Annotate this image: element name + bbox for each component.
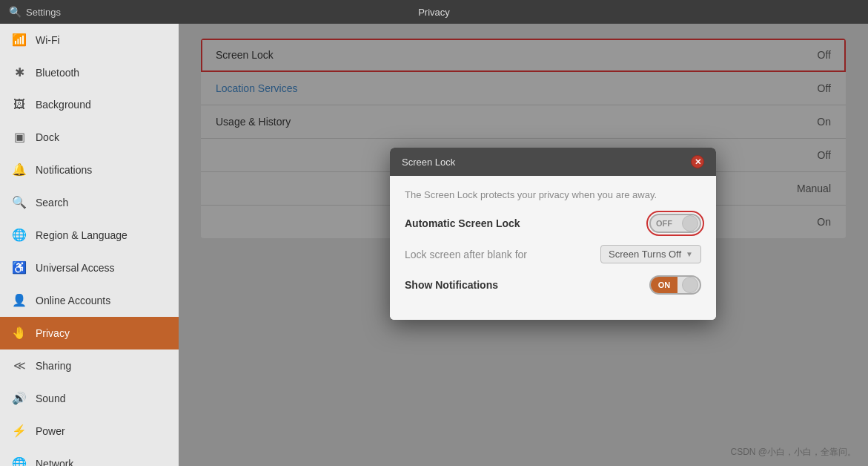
sidebar-item-region[interactable]: 🌐 Region & Language <box>0 219 179 252</box>
sidebar-item-power[interactable]: ⚡ Power <box>0 415 179 447</box>
notifications-icon: 🔔 <box>12 163 27 177</box>
titlebar: 🔍 Settings Privacy <box>0 0 868 24</box>
sidebar-item-dock[interactable]: ▣ Dock <box>0 121 179 154</box>
sidebar-label-search: Search <box>36 197 68 209</box>
dialog-row-auto-lock: Automatic Screen Lock OFF <box>405 214 701 233</box>
sidebar-label-network: Network <box>36 458 73 467</box>
sidebar-item-network[interactable]: 🌐 Network <box>0 447 179 466</box>
dropdown-value: Screen Turns Off <box>609 249 681 260</box>
background-icon: 🖼 <box>12 98 27 111</box>
dialog-row-show-notifications: Show Notifications ON <box>405 275 701 295</box>
sidebar-label-universal: Universal Access <box>36 262 115 274</box>
sidebar-item-universal[interactable]: ♿ Universal Access <box>0 252 179 284</box>
lock-after-dropdown[interactable]: Screen Turns Off ▼ <box>600 245 701 263</box>
sidebar-label-background: Background <box>36 99 91 111</box>
search-icon: 🔍 <box>9 6 21 18</box>
chevron-down-icon: ▼ <box>686 250 693 258</box>
dialog-overlay: Screen Lock ✕ The Screen Lock protects y… <box>179 24 868 466</box>
dock-icon: ▣ <box>12 130 27 144</box>
online-icon: 👤 <box>12 293 27 307</box>
sidebar-label-sound: Sound <box>36 393 65 404</box>
search-sidebar-icon: 🔍 <box>12 195 27 209</box>
titlebar-left: 🔍 Settings <box>9 6 61 18</box>
power-icon: ⚡ <box>12 424 27 438</box>
universal-icon: ♿ <box>12 260 27 275</box>
show-notifications-label: Show Notifications <box>405 279 498 291</box>
toggle-on-active: ON <box>651 277 677 293</box>
sidebar-item-privacy[interactable]: 🤚 Privacy <box>0 317 179 350</box>
sidebar-item-online[interactable]: 👤 Online Accounts <box>0 284 179 317</box>
bluetooth-icon: ✱ <box>12 65 27 79</box>
auto-lock-label: Automatic Screen Lock <box>405 217 520 229</box>
sidebar-label-region: Region & Language <box>36 229 127 241</box>
sidebar-item-wifi[interactable]: 📶 Wi-Fi <box>0 24 179 56</box>
sidebar-label-power: Power <box>36 425 65 437</box>
sidebar-label-bluetooth: Bluetooth <box>36 67 79 79</box>
app-name: Settings <box>26 7 61 18</box>
dialog-title: Screen Lock <box>402 157 455 168</box>
show-notifications-toggle[interactable]: ON <box>649 275 701 295</box>
dialog-row-lock-after: Lock screen after blank for Screen Turns… <box>405 245 701 263</box>
page-title: Privacy <box>418 7 450 18</box>
sound-icon: 🔊 <box>12 391 27 405</box>
auto-lock-toggle[interactable]: OFF <box>649 214 701 233</box>
toggle-on-label: ON <box>658 280 671 289</box>
sidebar: 📶 Wi-Fi ✱ Bluetooth 🖼 Background ▣ Dock … <box>0 24 179 466</box>
main-container: 📶 Wi-Fi ✱ Bluetooth 🖼 Background ▣ Dock … <box>0 24 868 466</box>
sidebar-item-bluetooth[interactable]: ✱ Bluetooth <box>0 56 179 89</box>
dialog-titlebar: Screen Lock ✕ <box>390 148 716 176</box>
screen-lock-dialog: Screen Lock ✕ The Screen Lock protects y… <box>390 148 716 320</box>
toggle-off-knob <box>682 215 698 232</box>
sidebar-item-search[interactable]: 🔍 Search <box>0 186 179 219</box>
sidebar-item-sound[interactable]: 🔊 Sound <box>0 382 179 415</box>
wifi-icon: 📶 <box>12 33 27 47</box>
sidebar-item-notifications[interactable]: 🔔 Notifications <box>0 154 179 186</box>
sidebar-label-dock: Dock <box>36 131 59 143</box>
sidebar-label-privacy: Privacy <box>36 327 70 339</box>
toggle-off-label: OFF <box>656 219 672 228</box>
privacy-icon: 🤚 <box>12 326 27 340</box>
sidebar-item-background[interactable]: 🖼 Background <box>0 89 179 121</box>
sidebar-item-sharing[interactable]: ≪ Sharing <box>0 350 179 382</box>
sidebar-label-sharing: Sharing <box>36 360 71 372</box>
dialog-close-button[interactable]: ✕ <box>691 155 704 168</box>
sidebar-label-online: Online Accounts <box>36 295 110 306</box>
sidebar-label-wifi: Wi-Fi <box>36 34 60 46</box>
lock-after-label: Lock screen after blank for <box>405 249 527 260</box>
toggle-on-knob <box>682 277 698 293</box>
sharing-icon: ≪ <box>12 358 27 373</box>
region-icon: 🌐 <box>12 228 27 242</box>
sidebar-label-notifications: Notifications <box>36 164 92 176</box>
dialog-body: The Screen Lock protects your privacy wh… <box>390 176 716 320</box>
close-icon: ✕ <box>695 157 701 167</box>
network-icon: 🌐 <box>12 456 27 466</box>
dialog-description: The Screen Lock protects your privacy wh… <box>405 189 701 200</box>
content-area: Screen Lock Off Location Services Off Us… <box>179 24 868 466</box>
